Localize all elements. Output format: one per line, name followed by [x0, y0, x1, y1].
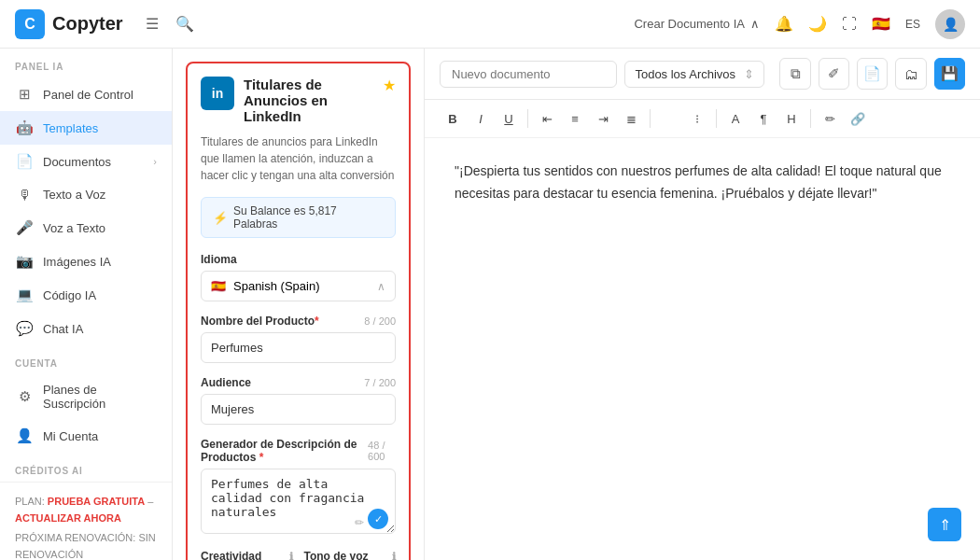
creatividad-label: Creatividad ℹ [201, 550, 293, 560]
dark-mode-icon[interactable]: 🌙 [808, 15, 827, 33]
format-bold[interactable]: B [440, 105, 466, 132]
toolbar-action-doc[interactable]: 📄 [857, 58, 888, 90]
format-underline[interactable]: U [496, 105, 522, 132]
topbar-left-icons: ☰ 🔍 [146, 15, 194, 33]
sidebar-item-chat-ia[interactable]: 💬 Chat IA [0, 312, 172, 345]
generador-label: Generador de Descripción de Productos * … [201, 438, 396, 464]
idioma-select[interactable]: 🇪🇸 Spanish (Spain) ∧ [201, 271, 396, 301]
plans-icon: ⚙ [15, 388, 34, 405]
format-brush[interactable]: ✏ [817, 105, 843, 132]
logo: C Copyter [15, 9, 123, 39]
template-title: Titulares de Anuncios en LinkedIn [244, 77, 373, 124]
editor-area[interactable]: "¡Despierta tus sentidos con nuestros pe… [425, 138, 980, 560]
idioma-select-box[interactable]: 🇪🇸 Spanish (Spain) ∧ [202, 272, 395, 301]
chevron-right-icon: › [153, 156, 157, 167]
main-layout: PANEL IA ⊞ Panel de Control 🤖 Templates … [0, 49, 980, 560]
format-align-left[interactable]: ⇤ [534, 105, 560, 132]
sidebar-label-documentos: Documentos [43, 155, 144, 169]
sidebar-label-templates: Templates [43, 121, 157, 135]
nombre-producto-group: Nombre del Producto* 8 / 200 [201, 315, 396, 363]
files-select[interactable]: Todos los Archivos ⇕ [624, 61, 764, 88]
files-chevron-icon: ⇕ [744, 67, 754, 81]
template-form-card: in Titulares de Anuncios en LinkedIn ★ T… [186, 62, 411, 560]
fullscreen-icon[interactable]: ⛶ [842, 16, 857, 33]
plan-info: PLAN: PRUEBA GRATUITA – ACTUALIZAR AHORA [15, 494, 157, 526]
topbar-right: Crear Documento IA ∧ 🔔 🌙 ⛶ 🇪🇸 ES 👤 [634, 9, 965, 39]
fmt-divider-1 [527, 109, 528, 128]
search-icon[interactable]: 🔍 [175, 15, 194, 33]
sidebar-item-panel-control[interactable]: ⊞ Panel de Control [0, 77, 172, 111]
format-list-ol[interactable]: ⁣ [656, 105, 682, 132]
generador-group: Generador de Descripción de Productos * … [201, 438, 396, 537]
format-outdent[interactable]: A [722, 105, 749, 132]
toolbar-action-stack[interactable]: 🗂 [895, 58, 926, 90]
format-align-right[interactable]: ⇥ [590, 105, 616, 132]
plan-update-link[interactable]: ACTUALIZAR AHORA [15, 512, 121, 524]
format-heading[interactable]: H [778, 105, 805, 132]
avatar[interactable]: 👤 [935, 9, 965, 39]
editor-text: "¡Despierta tus sentidos con nuestros pe… [455, 161, 950, 205]
chat-icon: 💬 [15, 320, 34, 337]
format-indent[interactable]: ¶ [750, 105, 777, 132]
tono-group: Tono de voz ℹ Casual ⇕ [304, 550, 397, 560]
toolbar-action-copy[interactable]: ⧉ [779, 58, 810, 90]
sidebar-item-templates[interactable]: 🤖 Templates [0, 111, 172, 145]
sidebar-label-planes: Planes de Suscripción [43, 383, 157, 411]
bolt-icon: ⚡ [213, 211, 228, 225]
generador-textarea-wrapper: Perfumes de alta calidad con fragancia n… [201, 469, 396, 537]
balance-box: ⚡ Su Balance es 5,817 Palabras [201, 197, 396, 238]
plan-text-label: PLAN: [15, 496, 48, 507]
tts-icon: 🎙 [15, 187, 34, 203]
code-icon: 💻 [15, 287, 34, 303]
nombre-count: 8 / 200 [364, 315, 396, 327]
pencil-icon[interactable]: ✏ [355, 516, 364, 529]
notification-icon[interactable]: 🔔 [775, 15, 793, 33]
audience-input[interactable] [201, 394, 396, 425]
chevron-up-icon: ∧ [750, 17, 760, 31]
sidebar-label-chat-ia: Chat IA [43, 322, 157, 336]
format-bar: B I U ⇤ ≡ ⇥ ≣ ⁣ ⁝ A ¶ H ✏ 🔗 [425, 100, 980, 138]
toolbar-action-save[interactable]: 💾 [934, 58, 965, 90]
lang-label: ES [905, 18, 920, 31]
scroll-to-top-btn[interactable]: ⇑ [928, 508, 961, 541]
stack-icon: 🗂 [904, 66, 918, 82]
sidebar-label-voz-a-texto: Voz a Texto [43, 221, 157, 235]
fmt-divider-2 [650, 109, 651, 128]
sidebar-item-codigo-ia[interactable]: 💻 Código IA [0, 278, 172, 312]
fmt-divider-3 [716, 109, 717, 128]
edit-icon: ✐ [828, 65, 840, 82]
sidebar: PANEL IA ⊞ Panel de Control 🤖 Templates … [0, 49, 173, 560]
format-align-center[interactable]: ≡ [562, 105, 588, 132]
nombre-producto-input[interactable] [201, 332, 396, 363]
logo-name: Copyter [52, 13, 123, 35]
sidebar-item-planes[interactable]: ⚙ Planes de Suscripción [0, 374, 172, 419]
star-icon[interactable]: ★ [383, 77, 396, 94]
nombre-producto-label: Nombre del Producto* 8 / 200 [201, 315, 396, 328]
sidebar-item-imagenes-ia[interactable]: 📷 Imágenes IA [0, 245, 172, 278]
format-align-justify[interactable]: ≣ [618, 105, 644, 132]
crear-documento-btn[interactable]: Crear Documento IA ∧ [634, 17, 760, 31]
plan-sep: – [145, 496, 153, 507]
sidebar-item-mi-cuenta[interactable]: 👤 Mi Cuenta [0, 419, 172, 453]
topbar: C Copyter ☰ 🔍 Crear Documento IA ∧ 🔔 🌙 ⛶… [0, 0, 980, 49]
generador-textarea[interactable]: Perfumes de alta calidad con fragancia n… [201, 469, 396, 534]
plan-free-link[interactable]: PRUEBA GRATUITA [48, 496, 145, 507]
left-panel: in Titulares de Anuncios en LinkedIn ★ T… [173, 49, 425, 560]
idioma-value: Spanish (Spain) [233, 279, 320, 293]
doc-name-input[interactable] [440, 61, 617, 88]
idioma-flag: 🇪🇸 [211, 279, 226, 293]
sidebar-item-texto-a-voz[interactable]: 🎙 Texto a Voz [0, 178, 172, 211]
format-italic[interactable]: I [468, 105, 494, 132]
save-icon: 💾 [941, 65, 959, 82]
audience-group: Audience 7 / 200 [201, 376, 396, 425]
sidebar-section-panel-ia: PANEL IA [0, 49, 172, 77]
idioma-select-left: 🇪🇸 Spanish (Spain) [211, 279, 320, 293]
sidebar-item-voz-a-texto[interactable]: 🎤 Voz a Texto [0, 211, 172, 245]
format-list-ul[interactable]: ⁝ [684, 105, 710, 132]
check-icon[interactable]: ✓ [368, 509, 388, 529]
toolbar-action-edit[interactable]: ✐ [819, 58, 849, 90]
grid-icon: ⊞ [15, 86, 34, 103]
sidebar-item-documentos[interactable]: 📄 Documentos › [0, 145, 172, 178]
format-link[interactable]: 🔗 [845, 105, 871, 132]
menu-icon[interactable]: ☰ [146, 15, 159, 33]
